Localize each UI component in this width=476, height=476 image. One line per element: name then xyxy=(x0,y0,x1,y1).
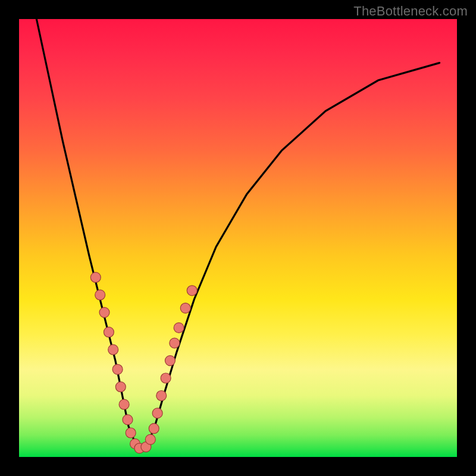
sample-dot xyxy=(112,364,123,374)
sample-dot xyxy=(115,382,126,392)
sample-dot xyxy=(170,338,180,348)
sample-dot xyxy=(95,290,105,300)
sample-dot xyxy=(156,391,167,401)
sample-dot xyxy=(180,303,190,313)
sample-dot xyxy=(152,408,162,418)
sample-dots xyxy=(90,273,197,453)
plot-area xyxy=(19,19,457,457)
chart-frame: TheBottleneck.com xyxy=(0,0,476,476)
sample-dot xyxy=(161,373,171,383)
sample-dot xyxy=(126,428,136,438)
watermark-text: TheBottleneck.com xyxy=(353,4,468,19)
curve-svg xyxy=(19,19,457,457)
sample-dot xyxy=(119,399,129,409)
bottleneck-curve xyxy=(36,19,439,448)
sample-dot xyxy=(165,356,175,366)
sample-dot xyxy=(123,415,133,425)
sample-dot xyxy=(99,308,109,318)
sample-dot xyxy=(108,345,118,355)
sample-dot xyxy=(145,434,155,444)
sample-dot xyxy=(174,322,184,333)
sample-dot xyxy=(90,273,101,283)
sample-dot xyxy=(149,424,159,434)
sample-dot xyxy=(104,327,114,337)
sample-dot xyxy=(187,286,197,296)
